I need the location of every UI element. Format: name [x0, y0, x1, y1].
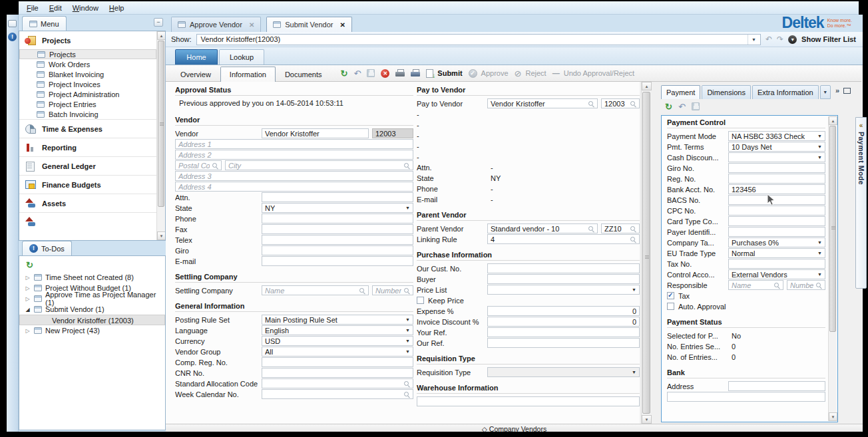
payer-identifi-input[interactable]: [728, 227, 825, 237]
menu-group-finance-budgets[interactable]: Finance Budgets: [19, 175, 156, 194]
menu-help[interactable]: Help: [104, 3, 130, 13]
eu-trade-type-select[interactable]: Normal▼: [728, 248, 825, 258]
close-icon[interactable]: ✕: [249, 21, 254, 29]
pay-to-vendor-input[interactable]: Vendor Kristoffer: [487, 98, 598, 108]
sidebar-item-batch-invoicing[interactable]: Batch Invoicing: [19, 109, 156, 119]
menu-group-reporting[interactable]: Reporting: [19, 138, 156, 156]
address-1-input[interactable]: Address 1: [175, 139, 413, 149]
pay-to-vendor-code-input[interactable]: 12003: [601, 98, 640, 108]
refresh-icon[interactable]: ↻: [665, 102, 672, 112]
tax-checkbox[interactable]: [667, 292, 674, 299]
giro-no-input[interactable]: [728, 163, 825, 173]
search-icon[interactable]: [403, 391, 410, 398]
payment-mode-select[interactable]: NA HSBC 3363 Check▼: [728, 131, 825, 141]
expander-expanded-icon[interactable]: ◢: [25, 307, 31, 313]
cpc-no-input[interactable]: [728, 206, 825, 216]
your-ref-input[interactable]: [487, 327, 640, 337]
menu-edit[interactable]: Edit: [44, 3, 67, 13]
todo-child-vendor-kristoffer-12003[interactable]: Vendor Kristoffer (12003): [19, 315, 165, 325]
scroll-up-icon[interactable]: ▲: [157, 31, 166, 40]
currency-select[interactable]: USD▼: [262, 336, 413, 346]
tab-extra-information[interactable]: Extra Information: [752, 85, 819, 99]
menu-group-time-expenses[interactable]: Time & Expenses: [19, 119, 156, 138]
doc-tab-approve-vendor[interactable]: Approve Vendor✕: [171, 17, 261, 32]
undo-approval-icon[interactable]: —: [552, 69, 560, 77]
requisition-type-select[interactable]: ▼: [487, 367, 640, 377]
search-icon[interactable]: [630, 236, 636, 243]
menu-file[interactable]: File: [21, 3, 44, 13]
e-mail-input[interactable]: [262, 256, 413, 266]
show-filter-label[interactable]: Show Filter List: [801, 35, 856, 43]
payment-panel-scrollbar[interactable]: ▲ ▼: [828, 116, 837, 421]
bacs-no-input[interactable]: [728, 195, 825, 205]
attn-input[interactable]: [262, 192, 413, 202]
parent-vendor-code-input[interactable]: ZZ10: [601, 223, 640, 233]
vendor-group-select[interactable]: All▼: [262, 347, 413, 357]
scroll-up-icon[interactable]: ▲: [829, 116, 837, 125]
menu-group-projects[interactable]: Projects: [19, 31, 156, 49]
state-select[interactable]: NY▼: [262, 203, 413, 213]
city-input[interactable]: City: [225, 160, 413, 170]
address-input[interactable]: [728, 381, 825, 391]
tab-menu[interactable]: Menu: [22, 16, 67, 31]
expander-collapsed-icon[interactable]: ▷: [25, 328, 31, 334]
comp-reg-no-input[interactable]: [262, 357, 413, 367]
submit-button[interactable]: Submit: [437, 69, 462, 77]
tab-todos[interactable]: ! To-Dos: [22, 241, 72, 255]
bank-acct-no-input[interactable]: 123456: [728, 184, 825, 194]
text-input[interactable]: [667, 392, 825, 402]
week-calendar-no-input[interactable]: [262, 389, 413, 399]
telex-input[interactable]: [262, 235, 413, 245]
todo-item-approve-time-as-project-manager-1[interactable]: ▷Approve Time as Project Manager (1): [19, 293, 165, 304]
tab-home[interactable]: Home: [175, 49, 218, 65]
doc-tab-submit-vendor[interactable]: Submit Vendor✕: [266, 17, 352, 32]
search-icon[interactable]: [588, 100, 594, 107]
approve-icon[interactable]: [469, 69, 477, 78]
save-icon[interactable]: [692, 102, 700, 110]
auto-approval-checkbox[interactable]: [667, 303, 674, 310]
sidebar-item-projects[interactable]: Projects: [19, 49, 156, 59]
chevrons-right-icon[interactable]: »: [835, 86, 839, 94]
linking-rule-input[interactable]: 4: [487, 234, 640, 244]
name-input[interactable]: Name: [728, 280, 783, 290]
giro-input[interactable]: [262, 245, 413, 255]
control-acco-select[interactable]: External Vendors▼: [728, 269, 825, 279]
minimize-menu-panel-button[interactable]: −: [154, 18, 163, 27]
reg-no-input[interactable]: [728, 174, 825, 184]
menu-group-assets[interactable]: Assets: [19, 194, 156, 212]
expense-input[interactable]: 0: [487, 306, 640, 316]
text-input[interactable]: [417, 396, 640, 406]
reject-icon[interactable]: ⊘: [515, 69, 522, 78]
posting-rule-set-select[interactable]: Main Posting Rule Set▼: [262, 315, 413, 325]
cnr-no-input[interactable]: [262, 368, 413, 378]
show-filter-icon[interactable]: ▼: [788, 35, 797, 44]
tab-dimensions[interactable]: Dimensions: [702, 85, 750, 99]
save-icon[interactable]: [367, 69, 375, 77]
nav-back-icon[interactable]: ↶: [765, 35, 772, 44]
menu-tree-scrollbar[interactable]: ▲ ▼: [156, 31, 165, 240]
card-type-co-input[interactable]: [728, 216, 825, 226]
chevron-down-icon[interactable]: ▼: [748, 35, 756, 45]
buyer-input[interactable]: [487, 274, 640, 284]
tab-overview[interactable]: Overview: [171, 67, 220, 82]
search-icon[interactable]: [403, 287, 410, 294]
sidebar-item-work-orders[interactable]: Work Orders: [19, 59, 156, 69]
number-input[interactable]: Number: [787, 280, 825, 290]
close-icon[interactable]: ✕: [339, 21, 345, 29]
sidebar-item-project-invoices[interactable]: Project Invoices: [19, 79, 156, 89]
print-icon[interactable]: [395, 69, 405, 77]
search-icon[interactable]: [212, 162, 218, 169]
sidebar-item-project-administration[interactable]: Project Administration: [19, 89, 156, 99]
show-combo[interactable]: Vendor Kristoffer(12003) ▼: [196, 34, 761, 45]
cash-discoun-select[interactable]: ▼: [728, 152, 825, 162]
tab-overflow-icon[interactable]: ▼: [820, 85, 831, 99]
sidebar-item-project-entries[interactable]: Project Entries: [19, 99, 156, 109]
fax-input[interactable]: [262, 224, 413, 234]
submit-icon[interactable]: [426, 69, 433, 78]
search-icon[interactable]: [630, 225, 636, 232]
standard-allocation-code-input[interactable]: [262, 378, 413, 388]
undo-icon[interactable]: ↶: [353, 69, 361, 78]
scrollbar-thumb[interactable]: [642, 92, 650, 414]
expander-collapsed-icon[interactable]: ▷: [25, 275, 31, 281]
restore-window-icon[interactable]: [843, 88, 851, 94]
